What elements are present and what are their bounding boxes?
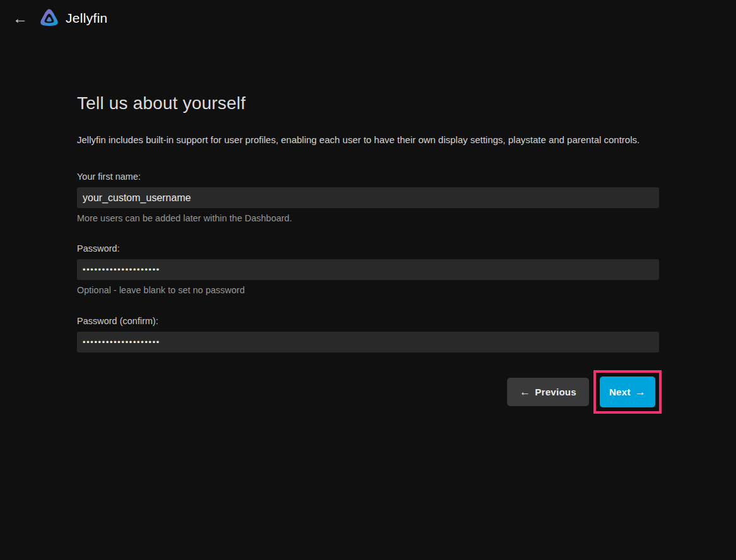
app-header: ← Jellyfin: [0, 0, 736, 37]
username-field-group: Your first name: More users can be added…: [77, 172, 659, 223]
arrow-right-icon: →: [635, 386, 646, 399]
password-confirm-label: Password (confirm):: [77, 316, 659, 326]
jellyfin-logo: Jellyfin: [38, 7, 108, 30]
next-button-highlight-box: Next →: [593, 370, 662, 414]
username-helper-text: More users can be added later within the…: [77, 213, 659, 223]
back-button[interactable]: ←: [8, 6, 33, 31]
previous-button[interactable]: ← Previous: [507, 378, 589, 406]
page-description: Jellyfin includes built-in support for u…: [77, 134, 659, 146]
wizard-nav-buttons: ← Previous Next →: [77, 370, 662, 414]
previous-button-label: Previous: [535, 387, 576, 397]
password-confirm-input[interactable]: [77, 332, 659, 353]
jellyfin-wordmark: Jellyfin: [66, 11, 108, 26]
next-button-label: Next: [609, 387, 631, 397]
user-profile-form: Your first name: More users can be added…: [77, 172, 659, 414]
jellyfin-logo-icon: [38, 7, 61, 30]
password-label: Password:: [77, 243, 659, 254]
setup-wizard-page: Tell us about yourself Jellyfin includes…: [77, 93, 659, 414]
password-input[interactable]: [77, 259, 659, 280]
password-helper-text: Optional - leave blank to set no passwor…: [77, 285, 659, 295]
page-title: Tell us about yourself: [77, 93, 659, 114]
username-input[interactable]: [77, 187, 659, 208]
arrow-left-icon: ←: [520, 386, 530, 399]
next-button[interactable]: Next →: [600, 376, 655, 407]
username-label: Your first name:: [77, 172, 659, 182]
password-confirm-field-group: Password (confirm):: [77, 316, 659, 353]
password-field-group: Password: Optional - leave blank to set …: [77, 243, 659, 295]
